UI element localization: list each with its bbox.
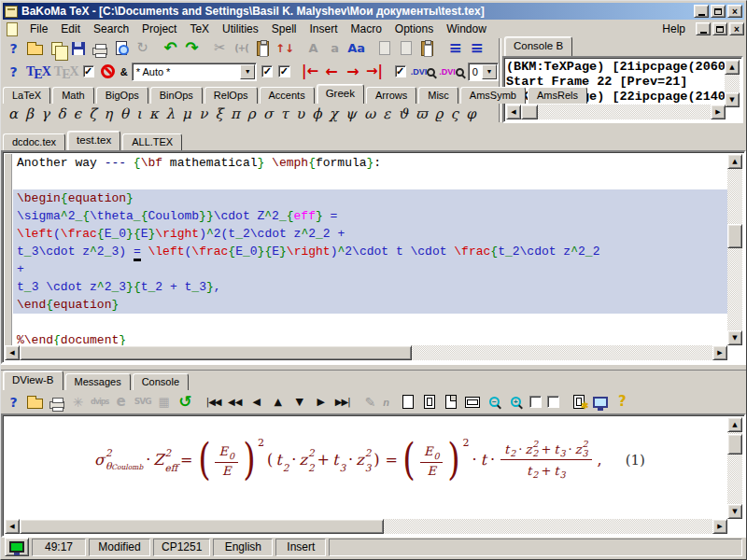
tab-amssymb[interactable]: AmsSymb: [460, 87, 526, 104]
dvi-refresh-checkbox[interactable]: ✓: [395, 65, 406, 77]
page-fit-button[interactable]: [419, 392, 441, 413]
scroll-left-arrow[interactable]: ◀: [5, 345, 20, 360]
tab-console-b[interactable]: Console B: [504, 36, 572, 56]
help-icon[interactable]: ?: [3, 392, 24, 413]
copy-to-window-button[interactable]: [416, 38, 438, 59]
uppercase-button[interactable]: A: [303, 38, 324, 59]
greek-symbol-button[interactable]: χ: [330, 105, 338, 122]
block-shift-button[interactable]: [374, 38, 395, 59]
find-in-file-button[interactable]: [110, 38, 132, 59]
editor-text[interactable]: Another way --- {\bf mathematical} \emph…: [13, 154, 727, 345]
close-button[interactable]: ×: [727, 5, 742, 18]
auto-run-checkbox[interactable]: ✓: [83, 65, 94, 77]
greek-symbol-button[interactable]: α: [8, 105, 18, 122]
page-select[interactable]: 0▼: [468, 63, 499, 81]
menu-item-help[interactable]: Help: [655, 20, 692, 38]
reformat-all-button[interactable]: ≡: [466, 38, 487, 59]
scroll-down-arrow[interactable]: ▼: [725, 92, 740, 107]
export-button[interactable]: ▦: [153, 392, 175, 413]
page-corner-button[interactable]: [441, 392, 462, 413]
scroll-thumb[interactable]: [20, 345, 412, 360]
dvi-view-button[interactable]: .DVI: [409, 62, 438, 82]
dvips-button[interactable]: dvips: [89, 392, 110, 413]
greek-symbol-button[interactable]: ε: [383, 105, 390, 122]
reload-button[interactable]: ↺: [175, 392, 196, 413]
zoom-out-button[interactable]: −: [484, 392, 505, 413]
tab-misc[interactable]: Misc: [418, 87, 458, 104]
menu-item-macro[interactable]: Macro: [344, 20, 388, 38]
change-case-button[interactable]: Aa: [345, 38, 367, 59]
greek-symbol-button[interactable]: σ: [263, 105, 273, 122]
tab-bigops[interactable]: BigOps: [96, 87, 148, 104]
tab-binops[interactable]: BinOps: [150, 87, 203, 104]
scroll-right-arrow[interactable]: ▶: [712, 519, 727, 534]
tex-run-button[interactable]: TEX: [24, 62, 52, 82]
ie-export-button[interactable]: e: [110, 392, 132, 413]
paste-button[interactable]: [252, 38, 274, 59]
greek-symbol-button[interactable]: φ: [466, 105, 476, 122]
greek-symbol-button[interactable]: γ: [41, 105, 49, 122]
first-error-button[interactable]: |←: [300, 62, 321, 82]
view-option2-checkbox[interactable]: [547, 396, 559, 408]
chevron-down-icon[interactable]: ▼: [482, 64, 497, 79]
scroll-right-arrow[interactable]: ▶: [712, 345, 727, 360]
menu-item-window[interactable]: Window: [440, 20, 493, 38]
document-icon[interactable]: [7, 22, 18, 36]
menu-item-tex[interactable]: TeX: [183, 20, 216, 38]
menu-item-edit[interactable]: Edit: [54, 20, 87, 38]
panel-tab-console[interactable]: Console: [133, 373, 189, 390]
greek-symbol-button[interactable]: υ: [296, 105, 304, 122]
editor[interactable]: Another way --- {\bf mathematical} \emph…: [1, 150, 746, 364]
menu-item-search[interactable]: Search: [87, 20, 135, 38]
console-hscrollbar[interactable]: ◀ ▶: [506, 105, 726, 119]
renumber-lines-button[interactable]: ↑↓: [274, 38, 296, 59]
greek-symbol-button[interactable]: ζ: [89, 105, 96, 122]
scroll-up-arrow[interactable]: ▲: [727, 154, 742, 169]
annotate-pen-button[interactable]: ✎: [359, 392, 381, 413]
svg-export-button[interactable]: SVG: [132, 392, 153, 413]
page-view-button[interactable]: [398, 392, 419, 413]
last-page-button[interactable]: ▶▶|: [331, 392, 353, 413]
scroll-right-arrow[interactable]: ▶: [711, 105, 726, 119]
scroll-thumb[interactable]: [20, 519, 384, 534]
reformat-button[interactable]: ≡: [444, 38, 466, 59]
greek-symbol-button[interactable]: η: [104, 105, 112, 122]
tab-accents[interactable]: Accents: [260, 87, 315, 104]
greek-symbol-button[interactable]: ω: [364, 105, 375, 122]
doc-settings-button[interactable]: ✱: [569, 392, 590, 413]
scroll-thumb[interactable]: [727, 434, 742, 455]
scroll-up-arrow[interactable]: ▲: [725, 60, 740, 75]
greek-symbol-button[interactable]: π: [231, 105, 240, 122]
format-select[interactable]: * Auto *▼: [132, 63, 258, 81]
greek-symbol-button[interactable]: ϑ: [398, 105, 408, 122]
greek-symbol-button[interactable]: ϖ: [416, 105, 427, 122]
editor-vscrollbar[interactable]: ▲ ▼: [727, 154, 742, 345]
editor-hscrollbar[interactable]: ◀ ▶: [5, 345, 727, 360]
doc-tab-dcdoc-tex[interactable]: dcdoc.tex: [3, 133, 65, 150]
preview-vscrollbar[interactable]: ▲ ▼: [727, 417, 742, 519]
tab-amsrels[interactable]: AmsRels: [528, 87, 587, 104]
help-icon[interactable]: ?: [3, 62, 24, 82]
scroll-up-arrow[interactable]: ▲: [727, 417, 742, 432]
greek-symbol-button[interactable]: θ: [120, 105, 129, 122]
next-error-button[interactable]: →: [343, 62, 364, 82]
greek-symbol-button[interactable]: ι: [136, 105, 142, 122]
greek-symbol-button[interactable]: δ: [57, 105, 65, 122]
greek-symbol-button[interactable]: β: [25, 105, 34, 122]
page-wide-button[interactable]: [462, 392, 484, 413]
zoom-in-button[interactable]: +: [505, 392, 527, 413]
open-dvi-button[interactable]: [24, 392, 46, 413]
save-button[interactable]: [67, 38, 89, 59]
greek-symbol-button[interactable]: ξ: [215, 105, 222, 122]
undo-button[interactable]: ↶: [160, 38, 181, 59]
restore-button[interactable]: [711, 5, 726, 18]
panel-splitter[interactable]: [1, 364, 746, 371]
greek-symbol-button[interactable]: ϱ: [435, 105, 444, 122]
prev-page-button[interactable]: ◀: [246, 392, 267, 413]
menu-item-options[interactable]: Options: [388, 20, 440, 38]
last-error-button[interactable]: →|: [364, 62, 386, 82]
child-close-button[interactable]: ×: [729, 22, 744, 35]
lowercase-button[interactable]: a: [324, 38, 345, 59]
scroll-down-arrow[interactable]: ▼: [727, 330, 742, 345]
greek-symbol-button[interactable]: ϕ: [312, 105, 321, 122]
